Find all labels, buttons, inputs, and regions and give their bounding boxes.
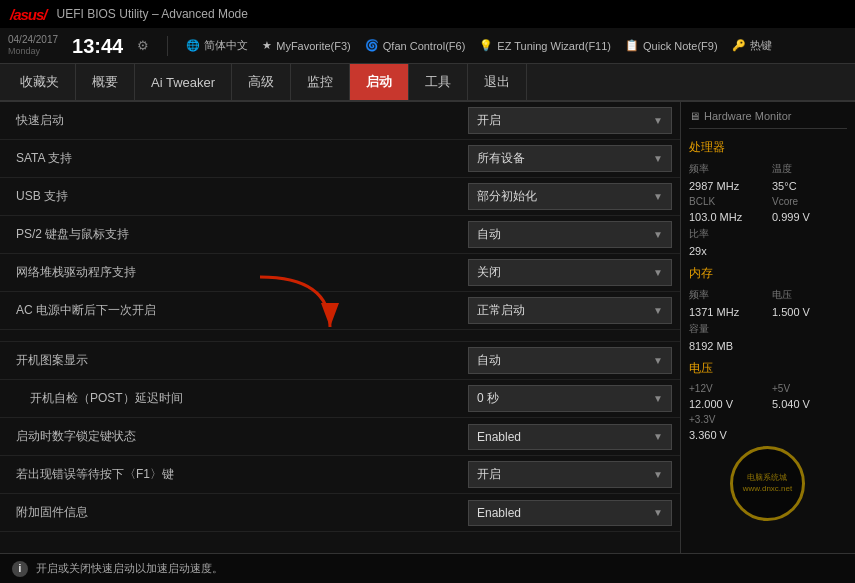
chevron-down-icon: ▼: [653, 153, 663, 164]
setting-sata[interactable]: SATA 支持 所有设备 ▼: [0, 140, 680, 178]
watermark: 电脑系统城www.dnxc.net: [680, 443, 855, 523]
cpu-ratio-value: 29x: [689, 245, 764, 257]
chevron-down-icon: ▼: [653, 305, 663, 316]
nav-item-ai-tweaker[interactable]: Ai Tweaker: [135, 64, 232, 100]
hw-monitor-title: 🖥 Hardware Monitor: [689, 110, 847, 129]
setting-value: 正常启动 ▼: [460, 293, 680, 328]
watermark-circle: 电脑系统城www.dnxc.net: [730, 446, 805, 521]
voltage-grid: +12V +5V 12.000 V 5.040 V +3.3V 3.360 V: [689, 383, 847, 441]
cpu-vcore-value: 0.999 V: [772, 211, 847, 223]
status-text: 开启或关闭快速启动以加速启动速度。: [36, 561, 223, 576]
hotkey-button[interactable]: 🔑 热键: [732, 38, 772, 53]
setting-f1-wait[interactable]: 若出现错误等待按下〈F1〉键 开启 ▼: [0, 456, 680, 494]
setting-value: 开启 ▼: [460, 103, 680, 138]
setting-value: 自动 ▼: [460, 217, 680, 252]
nav-item-boot[interactable]: 启动: [350, 64, 409, 100]
setting-label: 网络堆栈驱动程序支持: [0, 256, 460, 289]
v5-value: 5.040 V: [772, 398, 847, 410]
lightbulb-icon: 💡: [479, 39, 493, 52]
date: 04/24/2017: [8, 34, 58, 46]
setting-value: 0 秒 ▼: [460, 381, 680, 416]
setting-value: 所有设备 ▼: [460, 141, 680, 176]
nav-item-exit[interactable]: 退出: [468, 64, 527, 100]
ac-power-dropdown[interactable]: 正常启动 ▼: [468, 297, 672, 324]
chevron-down-icon: ▼: [653, 355, 663, 366]
cpu-ratio-empty: [772, 227, 847, 241]
ez-tuning-button[interactable]: 💡 EZ Tuning Wizard(F11): [479, 39, 611, 52]
nav-item-overview[interactable]: 概要: [76, 64, 135, 100]
v12-value: 12.000 V: [689, 398, 764, 410]
setting-addon-firmware[interactable]: 附加固件信息 Enabled ▼: [0, 494, 680, 532]
ram-volt-label: 电压: [772, 288, 847, 302]
chevron-down-icon: ▼: [653, 469, 663, 480]
cpu-vcore-label: Vcore: [772, 196, 847, 207]
setting-quick-boot[interactable]: 快速启动 开启 ▼: [0, 102, 680, 140]
fan-icon: 🌀: [365, 39, 379, 52]
ps2-dropdown[interactable]: 自动 ▼: [468, 221, 672, 248]
setting-label: 附加固件信息: [0, 496, 460, 529]
star-icon: ★: [262, 39, 272, 52]
setting-ac-power[interactable]: AC 电源中断后下一次开启 正常启动 ▼: [0, 292, 680, 330]
nav-item-advanced[interactable]: 高级: [232, 64, 291, 100]
ram-grid: 频率 电压 1371 MHz 1.500 V 容量 8192 MB: [689, 288, 847, 352]
setting-value: 关闭 ▼: [460, 255, 680, 290]
setting-value: 开启 ▼: [460, 457, 680, 492]
cpu-temp-label: 温度: [772, 162, 847, 176]
quick-note-button[interactable]: 📋 Quick Note(F9): [625, 39, 718, 52]
sata-dropdown[interactable]: 所有设备 ▼: [468, 145, 672, 172]
watermark-text: 电脑系统城www.dnxc.net: [743, 472, 792, 494]
v33-label: +3.3V: [689, 414, 847, 425]
ram-freq-value: 1371 MHz: [689, 306, 764, 318]
numlock-dropdown[interactable]: Enabled ▼: [468, 424, 672, 450]
hardware-monitor-panel: 🖥 Hardware Monitor 处理器 频率 温度 2987 MHz 35…: [680, 102, 855, 553]
usb-dropdown[interactable]: 部分初始化 ▼: [468, 183, 672, 210]
cpu-grid: 频率 温度 2987 MHz 35°C BCLK Vcore 103.0 MHz…: [689, 162, 847, 257]
chevron-down-icon: ▼: [653, 393, 663, 404]
setting-label: 若出现错误等待按下〈F1〉键: [0, 458, 460, 491]
qfan-button[interactable]: 🌀 Qfan Control(F6): [365, 39, 466, 52]
ram-cap-value: 8192 MB: [689, 340, 847, 352]
setting-ps2[interactable]: PS/2 键盘与鼠标支持 自动 ▼: [0, 216, 680, 254]
cpu-ratio-empty-val: [772, 245, 847, 257]
addon-firmware-dropdown[interactable]: Enabled ▼: [468, 500, 672, 526]
setting-usb[interactable]: USB 支持 部分初始化 ▼: [0, 178, 680, 216]
setting-value: 部分初始化 ▼: [460, 179, 680, 214]
chevron-down-icon: ▼: [653, 267, 663, 278]
nav-item-monitor[interactable]: 监控: [291, 64, 350, 100]
cpu-freq-label: 频率: [689, 162, 764, 176]
nav-item-favorites[interactable]: 收藏夹: [4, 64, 76, 100]
chevron-down-icon: ▼: [653, 191, 663, 202]
setting-label: 启动时数字锁定键状态: [0, 420, 460, 453]
globe-icon: 🌐: [186, 39, 200, 52]
setting-network-stack[interactable]: 网络堆栈驱动程序支持 关闭 ▼: [0, 254, 680, 292]
setting-post-delay[interactable]: 开机自检（POST）延迟时间 0 秒 ▼: [0, 380, 680, 418]
nav-item-tools[interactable]: 工具: [409, 64, 468, 100]
setting-boot-logo[interactable]: 开机图案显示 自动 ▼: [0, 342, 680, 380]
voltage-section-title: 电压: [689, 360, 847, 377]
title-text: UEFI BIOS Utility – Advanced Mode: [57, 7, 248, 21]
network-stack-dropdown[interactable]: 关闭 ▼: [468, 259, 672, 286]
v33-value: 3.360 V: [689, 429, 847, 441]
info-icon: i: [12, 561, 28, 577]
quick-boot-dropdown[interactable]: 开启 ▼: [468, 107, 672, 134]
setting-numlock[interactable]: 启动时数字锁定键状态 Enabled ▼: [0, 418, 680, 456]
note-icon: 📋: [625, 39, 639, 52]
cpu-temp-value: 35°C: [772, 180, 847, 192]
ram-section-title: 内存: [689, 265, 847, 282]
myfavorite-button[interactable]: ★ MyFavorite(F3): [262, 39, 351, 52]
chevron-down-icon: ▼: [653, 431, 663, 442]
setting-label: 开机图案显示: [0, 344, 460, 377]
setting-label: USB 支持: [0, 180, 460, 213]
setting-label: 快速启动: [0, 104, 460, 137]
main-content: 快速启动 开启 ▼ SATA 支持 所有设备 ▼ USB 支持 部分初始: [0, 102, 855, 553]
post-delay-dropdown[interactable]: 0 秒 ▼: [468, 385, 672, 412]
clock: 13:44: [72, 36, 123, 56]
boot-logo-dropdown[interactable]: 自动 ▼: [468, 347, 672, 374]
language-button[interactable]: 🌐 简体中文: [186, 38, 248, 53]
title-bar: /asus/ UEFI BIOS Utility – Advanced Mode: [0, 0, 855, 28]
status-bar: i 开启或关闭快速启动以加速启动速度。: [0, 553, 855, 583]
gear-icon[interactable]: ⚙: [137, 38, 149, 53]
f1-wait-dropdown[interactable]: 开启 ▼: [468, 461, 672, 488]
setting-value: Enabled ▼: [460, 496, 680, 530]
ram-cap-label: 容量: [689, 322, 847, 336]
